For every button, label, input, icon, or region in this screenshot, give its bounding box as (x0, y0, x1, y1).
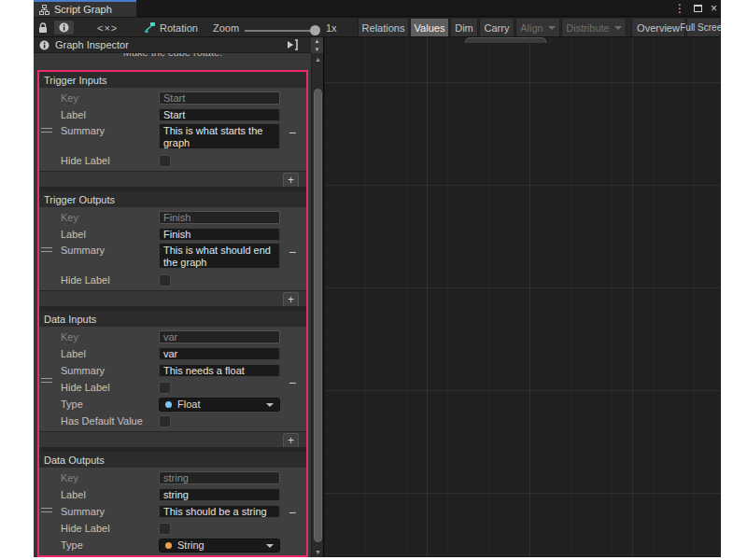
distribute-dropdown[interactable]: Distribute (561, 19, 627, 36)
section-header[interactable]: Trigger Inputs (39, 72, 306, 88)
graph-node-icon (144, 22, 155, 33)
summary-row: Summary This is what should end the grap… (39, 243, 306, 272)
hide-label-row: Hide Label (39, 152, 306, 169)
summary-row: Summary This is what starts the graph (39, 123, 306, 152)
key-row: Key var (39, 329, 306, 345)
summary-row: Summary This should be a string (39, 503, 306, 520)
chevron-down-icon (266, 544, 274, 548)
tab-script-graph[interactable]: Script Graph (34, 0, 136, 17)
string-type-icon (165, 542, 172, 549)
summary-field[interactable]: This needs a float (159, 364, 280, 377)
add-item-button[interactable]: + (283, 173, 299, 187)
drag-handle-icon[interactable] (41, 128, 52, 133)
panel-spinner[interactable]: ▲▼ (311, 37, 323, 53)
dock-pin-icon[interactable] (287, 39, 299, 50)
script-graph-icon (39, 5, 49, 15)
add-item-button[interactable]: + (283, 433, 299, 447)
drag-handle-icon[interactable] (41, 247, 52, 252)
zoom-slider[interactable] (245, 30, 319, 32)
section-header[interactable]: Data Inputs (39, 311, 306, 327)
values-button[interactable]: Values (410, 19, 449, 36)
tab-bar: Script Graph ⋮ × (34, 0, 721, 17)
zoom-label: Zoom (213, 18, 239, 37)
label-field[interactable]: Finish (159, 228, 280, 241)
scroll-down-icon[interactable]: ▼ (312, 549, 324, 555)
label-row: Label Finish (39, 226, 306, 243)
window-menu-icon[interactable]: ⋮ (674, 0, 685, 17)
lock-icon[interactable] (38, 18, 48, 37)
relations-button[interactable]: Relations (358, 19, 409, 36)
summary-field[interactable]: This is what should end the graph (159, 243, 280, 269)
float-type-icon (165, 401, 172, 408)
code-icon[interactable]: <×> (97, 18, 118, 37)
type-dropdown[interactable]: String (159, 539, 280, 553)
align-dropdown[interactable]: Align (515, 19, 560, 36)
key-row: Key string (39, 469, 306, 486)
info-icon (39, 40, 49, 50)
section-data-inputs: Data Inputs Key var Label var Summary Th… (39, 311, 306, 447)
graph-canvas[interactable] (325, 37, 721, 557)
hide-label-checkbox[interactable] (159, 155, 171, 167)
chevron-down-icon (266, 403, 274, 407)
scrollbar-thumb[interactable] (314, 89, 322, 542)
drag-handle-icon[interactable] (41, 508, 52, 512)
type-row: Type Float (39, 396, 306, 413)
label-row: Label var (39, 345, 306, 362)
key-field: Finish (159, 211, 280, 224)
has-default-checkbox[interactable] (159, 415, 171, 427)
graph-node-partial[interactable] (465, 37, 546, 43)
label-field[interactable]: Start (159, 108, 280, 121)
maximize-icon[interactable] (694, 3, 702, 14)
tab-label: Script Graph (54, 4, 112, 15)
drag-handle-icon[interactable] (41, 378, 52, 383)
key-row: Key Finish (39, 209, 306, 226)
rotation-breadcrumb[interactable]: Rotation (144, 18, 198, 37)
label-field[interactable]: var (159, 347, 280, 360)
has-default-row: Has Default Value (39, 413, 306, 429)
info-icon (59, 22, 69, 33)
toolbar: <×> Rotation Zoom 1x Relations Values Di… (34, 18, 721, 37)
type-dropdown[interactable]: Float (159, 398, 280, 412)
section-trigger-inputs: Trigger Inputs Key Start Label Start Sum… (39, 72, 306, 187)
highlight-rectangle: Trigger Inputs Key Start Label Start Sum… (37, 70, 308, 557)
key-field: string (159, 471, 280, 484)
remove-item-button[interactable]: − (285, 245, 300, 259)
scroll-up-icon[interactable]: ▲ (312, 56, 324, 63)
add-item-button[interactable]: + (283, 292, 299, 306)
overview-button[interactable]: Overview (631, 19, 685, 36)
carry-button[interactable]: Carry (479, 19, 514, 36)
hide-label-row: Hide Label (39, 272, 306, 288)
summary-field[interactable]: This is what starts the graph (159, 123, 280, 149)
remove-item-button[interactable]: − (285, 375, 300, 390)
section-data-outputs: Data Outputs Key string Label string Sum… (39, 452, 306, 555)
info-toggle-button[interactable] (53, 20, 75, 35)
key-row: Key Start (39, 90, 306, 106)
chevron-down-icon (614, 26, 622, 30)
hide-label-row: Hide Label (39, 520, 306, 537)
full-screen-button[interactable]: Full Screen (686, 19, 721, 36)
dim-button[interactable]: Dim (450, 19, 478, 36)
type-row: Type String (39, 537, 306, 553)
panel-title: Graph Inspector (55, 39, 129, 50)
summary-field[interactable]: This should be a string (159, 505, 280, 518)
chevron-down-icon (548, 26, 556, 30)
rotation-label: Rotation (160, 22, 198, 34)
label-field[interactable]: string (159, 488, 280, 501)
label-row: Label string (39, 486, 306, 503)
section-header[interactable]: Trigger Outputs (39, 191, 306, 207)
section-header[interactable]: Data Outputs (39, 452, 306, 468)
hide-label-checkbox[interactable] (159, 523, 171, 535)
zoom-value: 1x (326, 18, 337, 37)
key-field: var (159, 330, 280, 343)
zoom-slider-thumb[interactable] (310, 25, 320, 35)
close-icon[interactable]: × (711, 0, 717, 17)
remove-item-button[interactable]: − (285, 125, 300, 140)
inspector-scrollbar[interactable]: ▲▼ ▲ ▼ (311, 37, 323, 557)
key-field: Start (159, 91, 280, 105)
hide-label-row: Hide Label (39, 379, 306, 396)
hide-label-checkbox[interactable] (159, 382, 171, 394)
summary-row: Summary This needs a float (39, 362, 306, 379)
hide-label-checkbox[interactable] (159, 274, 171, 287)
remove-item-button[interactable]: − (285, 505, 300, 520)
script-graph-window: Script Graph ⋮ × <×> (34, 0, 721, 557)
